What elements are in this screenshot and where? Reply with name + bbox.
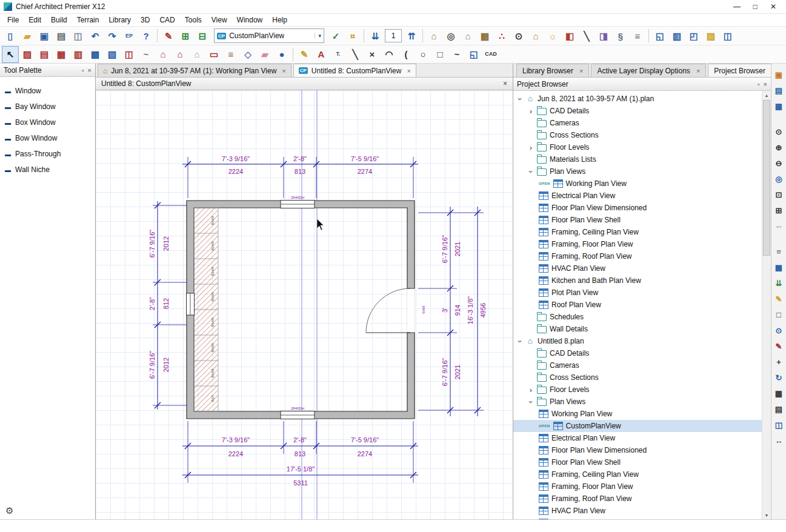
- hatch-tools-icon[interactable]: ▨: [19, 46, 36, 63]
- tab-working-plan-view[interactable]: ⌂ Jun 8, 2021 at 10-39-57 AM (1): Workin…: [98, 64, 291, 77]
- close-tab-icon[interactable]: ×: [579, 67, 583, 75]
- menu-library[interactable]: Library: [104, 15, 136, 25]
- record-walkthrough-icon[interactable]: ⊙: [510, 27, 527, 44]
- tree-item-floor-levels[interactable]: ›Floor Levels: [513, 141, 762, 153]
- delete-icon[interactable]: ×: [364, 46, 381, 63]
- palette-item-bow-window[interactable]: ▬Bow Window: [0, 130, 95, 146]
- material-eyedropper-icon[interactable]: ╲: [578, 27, 595, 44]
- framing-display-icon[interactable]: ▤: [773, 403, 785, 415]
- fill-window-icon[interactable]: ⊡: [773, 188, 785, 201]
- open-object-icon[interactable]: ▣: [773, 68, 785, 81]
- circle-tool-icon[interactable]: ○: [415, 46, 431, 63]
- fence-tools-icon[interactable]: ▥: [70, 46, 87, 63]
- plan-view-combo[interactable]: CPCustomPlanView▾: [214, 28, 324, 43]
- dimension-tool-icon[interactable]: ↔: [773, 434, 785, 447]
- zoom-in-icon[interactable]: ⊕: [773, 141, 785, 153]
- layer-display-icon[interactable]: ≡: [629, 27, 646, 44]
- shape-tools-icon[interactable]: ◇: [239, 46, 256, 63]
- tree-item-roof-plan-view[interactable]: Roof Plan View: [513, 299, 762, 311]
- menu-help[interactable]: Help: [267, 15, 292, 25]
- chevron-expanded-icon[interactable]: ›: [527, 399, 535, 405]
- window-tools-icon[interactable]: ◫: [121, 46, 138, 63]
- snap-settings-icon[interactable]: ▩: [773, 261, 785, 273]
- rectangle-tool-icon[interactable]: □: [431, 46, 448, 63]
- tab-active-layer-display-options[interactable]: Active Layer Display Options ×: [591, 64, 706, 77]
- close-tab-icon[interactable]: ×: [696, 67, 700, 75]
- cad-block-icon[interactable]: ◱: [465, 46, 482, 63]
- deck-tools-icon[interactable]: ▦: [53, 46, 70, 63]
- tree-item-hvac-plan-view[interactable]: HVAC Plan View: [513, 505, 762, 517]
- chevron-expanded-icon[interactable]: ›: [516, 338, 524, 344]
- tab-library-browser[interactable]: Library Browser ×: [516, 64, 589, 77]
- help-icon[interactable]: ?: [138, 27, 155, 44]
- save-plan-view-icon[interactable]: ⊞: [177, 27, 194, 44]
- zoom-icon[interactable]: ⊙: [773, 125, 785, 138]
- grid-tools-icon[interactable]: ▩: [87, 46, 104, 63]
- open-plan-icon[interactable]: ▰: [19, 27, 36, 44]
- draft-pencil-icon[interactable]: ✎: [296, 46, 313, 63]
- new-plan-view-icon[interactable]: ⊟: [194, 27, 211, 44]
- print-icon[interactable]: ▤: [53, 27, 70, 44]
- edit-area-icon[interactable]: ✎: [773, 340, 785, 352]
- tree-item-plan-views[interactable]: ›Plan Views: [513, 396, 762, 408]
- tree-item-plot-plan-view[interactable]: Plot Plan View: [513, 287, 762, 299]
- zoom-out-icon[interactable]: ⊖: [773, 157, 785, 169]
- close-view-icon[interactable]: ×: [503, 79, 507, 88]
- redo-icon[interactable]: ↷: [104, 27, 121, 44]
- eraser-tools-icon[interactable]: ▰: [256, 46, 273, 63]
- tree-item-framing-floor-plan-view[interactable]: Framing, Floor Plan View: [513, 480, 762, 493]
- select-objects-icon[interactable]: ↖: [2, 46, 19, 63]
- window-top[interactable]: 2840DH: [281, 196, 315, 208]
- tree-item-framing-roof-plan-view[interactable]: Framing, Roof Plan View: [513, 250, 762, 262]
- layer-sets-icon[interactable]: ≡: [773, 245, 785, 258]
- tree-item-framing-ceiling-plan-view[interactable]: Framing, Ceiling Plan View: [513, 226, 762, 238]
- rotate-view-icon[interactable]: ↻: [773, 371, 785, 384]
- foundation-tools-icon[interactable]: ▭: [205, 46, 222, 63]
- scroll-down-icon[interactable]: ▼: [762, 511, 771, 519]
- plan-check-icon[interactable]: ✓: [327, 27, 344, 44]
- tree-item-wall-details[interactable]: Wall Details: [513, 323, 762, 335]
- tree-item-cameras[interactable]: Cameras: [513, 359, 762, 371]
- palette-item-pass-through[interactable]: ▬Pass-Through: [0, 146, 95, 162]
- display-options-icon[interactable]: ▦: [773, 100, 785, 112]
- adjust-materials-icon[interactable]: ◨: [595, 27, 612, 44]
- tree-item-untitled-8-plan[interactable]: ›⌂Untitled 8.plan: [513, 335, 762, 347]
- undo-icon[interactable]: ↶: [87, 27, 104, 44]
- chevron-collapsed-icon[interactable]: ›: [528, 144, 534, 151]
- floor-down-icon[interactable]: ⇊: [367, 27, 384, 44]
- tree-item-floor-plan-view-shell[interactable]: Floor Plan View Shell: [513, 456, 762, 468]
- library-building-icon[interactable]: ⌂: [172, 46, 188, 63]
- door[interactable]: 5068: [366, 288, 425, 333]
- edit-preferences-icon[interactable]: EP: [121, 27, 138, 44]
- marquee-select-icon[interactable]: □: [773, 308, 785, 321]
- tree-item-working-plan-view[interactable]: OPENWorking Plan View: [513, 178, 762, 190]
- scrollbar-thumb[interactable]: [763, 100, 770, 256]
- tree-item-floor-plan-view-shell[interactable]: Floor Plan View Shell: [513, 214, 762, 226]
- tree-item-cross-sections[interactable]: Cross Sections: [513, 129, 762, 141]
- close-button[interactable]: ✕: [764, 1, 782, 13]
- chevron-expanded-icon[interactable]: ›: [516, 96, 524, 102]
- point-marker-icon[interactable]: +: [773, 356, 785, 368]
- tree-scrollbar[interactable]: ▲ ▼: [762, 91, 771, 519]
- center-view-icon[interactable]: ⊞: [773, 204, 785, 216]
- text-tool-icon[interactable]: T.: [330, 46, 347, 63]
- tree-item-kitchen-and-bath-plan-view[interactable]: Kitchen and Bath Plan View: [513, 274, 762, 287]
- render-camera-icon[interactable]: ◎: [442, 27, 459, 44]
- layout-page-icon[interactable]: ▥: [668, 27, 685, 44]
- menu-build[interactable]: Build: [46, 15, 72, 25]
- walls[interactable]: [187, 201, 415, 419]
- text-style-icon[interactable]: A: [313, 46, 330, 63]
- railing-tools-icon[interactable]: ▤: [36, 46, 53, 63]
- dollhouse-view-icon[interactable]: ⌂: [527, 27, 544, 44]
- layout-template-icon[interactable]: ◫: [719, 27, 736, 44]
- tree-item-framing-ceiling-plan-view[interactable]: Framing, Ceiling Plan View: [513, 468, 762, 480]
- edit-plan-view-icon[interactable]: ✎: [160, 27, 177, 44]
- material-painter-icon[interactable]: ◧: [561, 27, 578, 44]
- close-tab-icon[interactable]: ×: [407, 67, 410, 75]
- maximize-button[interactable]: □: [746, 1, 764, 13]
- spline-tool-icon[interactable]: (: [398, 46, 415, 63]
- send-to-layout-icon[interactable]: ◱: [651, 27, 668, 44]
- tree-item-cross-sections[interactable]: Cross Sections: [513, 371, 762, 384]
- house-wizard-icon[interactable]: ⌂: [188, 46, 205, 63]
- menu-tools[interactable]: Tools: [180, 15, 207, 25]
